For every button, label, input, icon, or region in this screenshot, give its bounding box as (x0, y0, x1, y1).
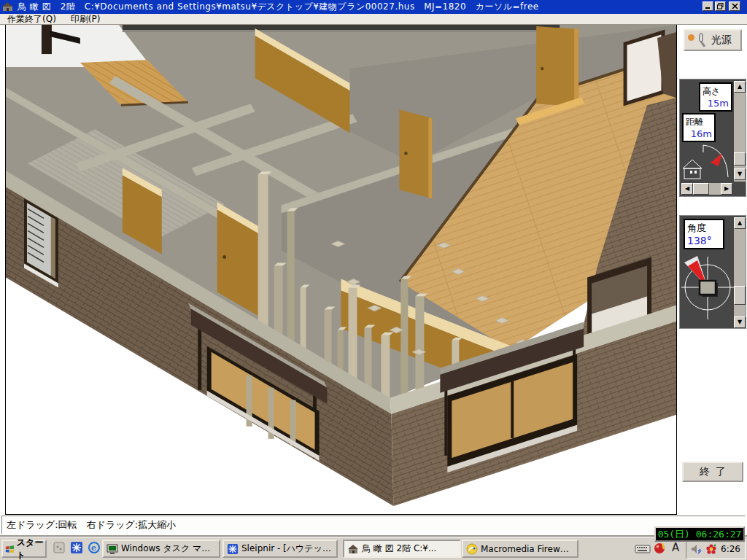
menu-bar: 作業終了(Q) 印刷(P) (0, 14, 747, 25)
minimize-icon (705, 3, 711, 9)
distance-readout: 距離 16m (682, 113, 716, 142)
quicklaunch-desktop-icon[interactable] (53, 541, 66, 554)
distance-label: 距離 (684, 114, 714, 128)
angle-down-button[interactable]: ▼ (734, 316, 746, 328)
light-source-label: 光源 (711, 34, 732, 47)
tray-clock[interactable]: 6:26 (721, 544, 740, 554)
window-title: 鳥 瞰 図 2階 C:¥Documents and Settings¥matsu… (18, 1, 539, 13)
light-source-button[interactable]: 光源 (684, 29, 742, 51)
title-bar: 鳥 瞰 図 2階 C:¥Documents and Settings¥matsu… (0, 0, 747, 14)
task-button-sleipnir[interactable]: Sleipnir - [ハウテックHP] (222, 540, 338, 558)
house-icon (347, 543, 359, 555)
menu-item-quit[interactable]: 作業終了(Q) (0, 14, 63, 24)
height-thumb[interactable] (693, 183, 709, 195)
control-sidebar: 光源 高さ 15m 距離 16m ▲ ▼ ◀ ▶ 角度 138 (678, 25, 747, 515)
angle-scrollbar[interactable] (734, 217, 746, 328)
svg-text:e: e (91, 543, 96, 553)
volume-tray-icon[interactable] (691, 544, 703, 554)
birdseye-3d-render (6, 25, 676, 514)
height-distance-panel: 高さ 15m 距離 16m ▲ ▼ ◀ ▶ (679, 79, 746, 197)
height-left-button[interactable]: ◀ (681, 183, 693, 195)
angle-readout: 角度 138° (684, 219, 724, 249)
windows-logo-icon (5, 543, 15, 555)
interior-door-center (399, 109, 432, 198)
datetime-text: 05(日) 06:26:27 (658, 528, 742, 541)
sleipnir-icon (227, 543, 239, 555)
view-arrow (711, 153, 722, 166)
angle-label: 角度 (685, 220, 723, 235)
quicklaunch-sleipnir-icon[interactable] (70, 541, 83, 554)
task-button-fireworks[interactable]: Macromedia Fireworks ... (462, 540, 578, 558)
menu-item-print[interactable]: 印刷(P) (63, 14, 108, 24)
taskbar: スタート e Windows タスク マネージャ Sleipnir - [ハウテ… (0, 537, 747, 560)
ime-mode-indicator[interactable]: A (672, 541, 679, 554)
pen-light-icon (697, 33, 705, 47)
ime-ball-tray-icon[interactable] (654, 542, 666, 554)
quicklaunch-ie-icon[interactable]: e (88, 541, 101, 554)
3d-view-canvas[interactable] (5, 25, 677, 515)
datetime-overlay: 05(日) 06:26:27 (654, 526, 745, 542)
distance-thumb[interactable] (734, 152, 746, 166)
status-bar: 左ドラッグ:回転 右ドラッグ:拡大縮小 (1, 516, 746, 534)
minimize-button[interactable] (703, 1, 713, 11)
height-right-button[interactable]: ▶ (721, 183, 732, 195)
restore-icon (717, 3, 724, 9)
task-label: 鳥 瞰 図 2階 C:¥... (362, 542, 436, 555)
start-label: スタート (17, 537, 45, 560)
app-icon (2, 2, 13, 12)
task-button-taskmanager[interactable]: Windows タスク マネージャ (102, 540, 220, 558)
exit-button[interactable]: 終了 (682, 462, 743, 482)
fireworks-icon (466, 543, 478, 555)
view-position-diagram (681, 144, 734, 182)
height-label: 高さ (700, 84, 731, 98)
keyboard-tray-icon[interactable] (635, 544, 651, 554)
distance-scrollbar[interactable] (734, 81, 746, 182)
angle-up-button[interactable]: ▲ (734, 217, 746, 229)
restore-button[interactable] (715, 1, 726, 11)
task-label: Macromedia Fireworks ... (481, 544, 574, 554)
start-button[interactable]: スタート (1, 540, 47, 558)
distance-down-button[interactable]: ▼ (734, 168, 746, 180)
angle-thumb[interactable] (734, 286, 746, 305)
distance-up-button[interactable]: ▲ (734, 81, 746, 93)
height-readout: 高さ 15m (699, 82, 732, 112)
angle-value: 138° (685, 235, 723, 246)
distance-value: 16m (684, 128, 714, 139)
task-button-birdseye-active[interactable]: 鳥 瞰 図 2階 C:¥... (343, 540, 461, 558)
close-button[interactable] (729, 1, 740, 11)
light-dot-icon (688, 34, 694, 41)
flower-tray-icon[interactable] (705, 543, 717, 555)
close-icon (732, 3, 738, 9)
compass-dial[interactable] (681, 252, 734, 325)
task-label: Sleipnir - [ハウテックHP] (241, 542, 333, 555)
height-value: 15m (700, 98, 731, 109)
angle-panel: 角度 138° ▲ ▼ (679, 215, 746, 329)
drag-hint-text: 左ドラッグ:回転 右ドラッグ:拡大縮小 (7, 519, 176, 530)
task-label: Windows タスク マネージャ (121, 542, 216, 555)
monitor-icon (107, 543, 118, 555)
